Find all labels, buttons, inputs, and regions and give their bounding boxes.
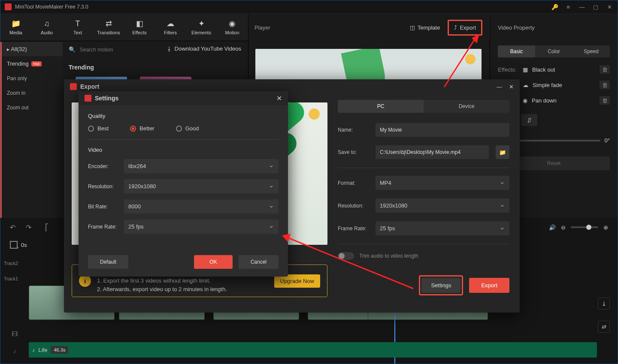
export-button[interactable]: ⤴Export [448, 20, 482, 36]
encoder-select[interactable]: libx264 [124, 159, 279, 173]
delete-effect-button[interactable]: 🗑 [600, 96, 610, 105]
app-logo-icon [5, 3, 12, 10]
sidebar-item-trending[interactable]: TrendingHot [2, 56, 63, 71]
flip-vertical-button[interactable]: ⇵ [521, 114, 537, 126]
app-title: MiniTool MovieMaker Free 7.3.0 [15, 4, 88, 10]
track2-label: Track2 [4, 261, 18, 266]
download-icon: ⭳ [167, 45, 172, 52]
cancel-button[interactable]: Cancel [239, 255, 279, 269]
tool-transitions[interactable]: ⇄Transitions [93, 13, 124, 41]
browse-folder-button[interactable]: 📁 [496, 145, 509, 159]
resolution-select[interactable]: 1920x1080 [124, 179, 279, 193]
tab-pc[interactable]: PC [338, 100, 424, 113]
tab-color[interactable]: Color [535, 45, 573, 57]
export-icon: ⤴ [454, 24, 457, 31]
sidebar-item-zoom-out[interactable]: Zoom out [2, 100, 63, 115]
zoom-slider[interactable] [571, 226, 598, 228]
undo-button[interactable]: ↶ [10, 223, 15, 232]
settings-close-icon[interactable]: ✕ [276, 94, 282, 102]
search-icon: 🔍 [69, 46, 76, 53]
transition-icon: ⇄ [106, 19, 112, 28]
sidebar-all[interactable]: ▸ All(32) [2, 42, 63, 56]
delete-effect-button[interactable]: 🗑 [600, 65, 610, 74]
download-track-icon[interactable]: ⤓ [598, 298, 610, 310]
upgrade-key-icon[interactable]: 🔑 [551, 4, 558, 10]
dialog-close-icon[interactable]: ✕ [509, 84, 514, 90]
trim-audio-toggle[interactable] [338, 252, 354, 260]
tool-filters[interactable]: ☁Filters [155, 13, 186, 41]
name-input[interactable] [376, 123, 509, 137]
property-title: Video Property [490, 14, 618, 41]
download-youtube-link[interactable]: ⭳Download YouTube Videos [167, 45, 241, 52]
delete-effect-button[interactable]: 🗑 [600, 81, 610, 89]
encoder-label: Encoder: [88, 163, 120, 169]
audio-clip[interactable]: ♪ Life 46.3s [29, 342, 597, 358]
dialog-minimize-icon[interactable]: — [497, 84, 502, 90]
menu-icon[interactable]: ≡ [564, 3, 572, 11]
audio-volume-icon[interactable]: 🔊 [549, 224, 556, 231]
minimize-icon[interactable]: — [578, 3, 586, 11]
resolution-label: Resolution: [338, 203, 371, 209]
quality-good-radio[interactable]: Good [176, 125, 199, 132]
template-button[interactable]: ◫Template [410, 24, 440, 31]
track1-label: Track1 [4, 276, 18, 281]
tool-audio[interactable]: ♫Audio [31, 13, 62, 41]
frame-rate-select[interactable]: 25 fps [124, 220, 279, 234]
settings-dialog: Settings ✕ Quality Best Better Good Vide… [79, 91, 288, 277]
format-select[interactable]: MP4 [376, 176, 509, 190]
effect-icon: ▦ [523, 66, 528, 73]
settings-dialog-title: Settings [95, 95, 118, 102]
sidebar-item-pan-only[interactable]: Pan only [2, 71, 63, 86]
add-media-icon[interactable] [10, 241, 18, 249]
text-icon: T [76, 19, 80, 28]
radio-icon [176, 126, 182, 132]
ok-button[interactable]: OK [194, 255, 232, 269]
timeline-duration: 0s [21, 242, 27, 248]
sidebar-item-zoom-in[interactable]: Zoom in [2, 86, 63, 100]
resolution-select[interactable]: 1920x1080 [376, 199, 509, 213]
audio-name: Life [39, 347, 48, 353]
property-tabs: Basic Color Speed [498, 45, 610, 57]
dialog-logo-icon [70, 83, 77, 90]
export-confirm-button[interactable]: Export [469, 278, 509, 293]
tool-text[interactable]: TText [62, 13, 93, 41]
tool-elements[interactable]: ✦Elements [186, 13, 217, 41]
bit-rate-select[interactable]: 8000 [124, 199, 279, 214]
bit-rate-label: Bit Rate: [88, 204, 120, 210]
export-dialog-title: Export [80, 83, 99, 90]
effect-icon: ☁ [523, 82, 528, 88]
quality-better-radio[interactable]: Better [130, 125, 154, 132]
tool-effects[interactable]: ◧Effects [124, 13, 155, 41]
tool-motion[interactable]: ◉Motion [217, 13, 248, 41]
settings-button-highlight: Settings [419, 275, 463, 295]
limitation-line1: 1. Export the first 3 videos without len… [97, 277, 268, 286]
player-title: Player [254, 24, 270, 31]
tab-device[interactable]: Device [424, 100, 509, 113]
settings-button[interactable]: Settings [421, 278, 460, 293]
frame-rate-label: Frame Rate: [338, 226, 371, 232]
tab-speed[interactable]: Speed [573, 45, 610, 57]
quality-best-radio[interactable]: Best [88, 125, 109, 132]
crop-button[interactable]: ⎡ [45, 223, 48, 232]
redo-button[interactable]: ↷ [26, 223, 31, 232]
radio-icon [130, 126, 136, 132]
folder-icon: 📁 [11, 19, 21, 28]
info-icon: i [79, 275, 91, 287]
format-label: Format: [338, 180, 371, 186]
maximize-icon[interactable]: ▢ [592, 3, 600, 11]
frame-rate-select[interactable]: 25 fps [376, 221, 509, 235]
close-icon[interactable]: ✕ [606, 3, 613, 11]
tab-basic[interactable]: Basic [498, 45, 535, 57]
effect-name: Black out [532, 66, 555, 73]
zoom-in-icon[interactable]: ⊕ [603, 224, 608, 231]
save-to-input[interactable] [376, 145, 489, 159]
hot-badge: Hot [31, 61, 42, 66]
effects-icon: ◧ [136, 19, 143, 28]
swap-track-icon[interactable]: ⇄ [598, 321, 610, 333]
zoom-out-icon[interactable]: ⊖ [561, 224, 566, 231]
default-button[interactable]: Default [88, 255, 128, 269]
tool-media[interactable]: 📁Media [0, 13, 31, 41]
video-track-icon: 🎞 [10, 329, 19, 339]
motion-icon: ◉ [229, 19, 236, 28]
export-target-tabs: PC Device [338, 100, 509, 113]
